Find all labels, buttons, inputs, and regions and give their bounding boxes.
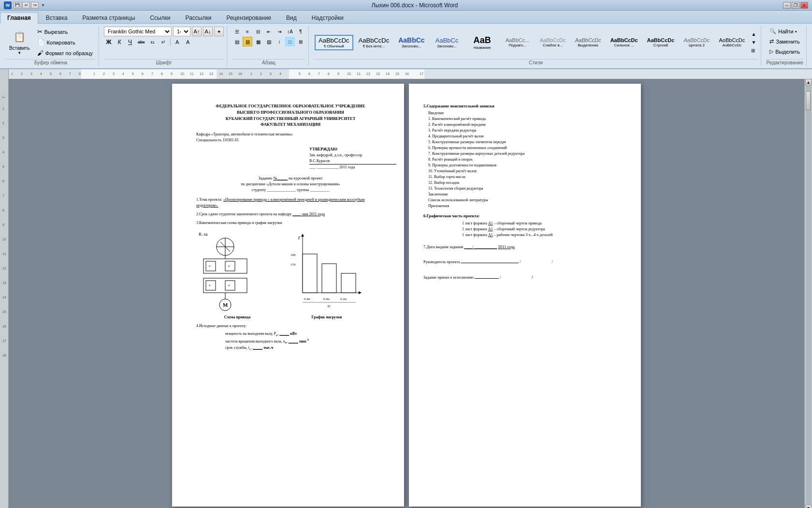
select-button[interactable]: ▷ Выделить: [766, 47, 803, 56]
font-size-decrease-btn[interactable]: A↓: [203, 27, 213, 36]
tab-review[interactable]: Рецензирование: [219, 12, 278, 23]
cut-button[interactable]: ✂ Вырезать: [34, 27, 96, 37]
utv-block: УТВЕРЖДАЮ Зав. кафедрой, д.т.н., професс…: [309, 146, 385, 170]
style-heading1[interactable]: AaBbCc Заголово...: [394, 34, 428, 50]
schema-area: R, n₂ × ×: [196, 230, 385, 319]
clear-format-btn[interactable]: ✦: [214, 27, 224, 36]
style-heading2[interactable]: AaBbCc Заголово...: [430, 35, 464, 50]
tab-layout[interactable]: Разметка страницы: [75, 12, 142, 23]
format-painter-button[interactable]: 🖌 Формат по образцу: [34, 48, 96, 58]
select-icon: ▷: [769, 48, 773, 55]
numbered-list-button[interactable]: ≡: [243, 27, 252, 36]
shading-button[interactable]: □: [285, 37, 295, 46]
align-left-button[interactable]: ▤: [232, 37, 242, 46]
style-strong[interactable]: AaBbCcDc Сильное ...: [607, 35, 642, 49]
style-heading2-preview: AaBbCc: [434, 37, 460, 44]
underline-button[interactable]: Ч: [125, 37, 135, 47]
indent-increase-button[interactable]: ⇥: [275, 27, 284, 36]
find-button[interactable]: 🔍 Найти •: [766, 27, 803, 36]
font-size-increase-btn[interactable]: A↑: [192, 27, 202, 36]
styles-scroll-down[interactable]: ▼: [750, 39, 757, 46]
graphic-list: 1 лист формата А1 – сборочный чертеж при…: [423, 221, 626, 238]
font-name-select[interactable]: Franklin Gothic Med: [104, 27, 172, 36]
quick-redo-btn[interactable]: ↪: [31, 2, 39, 9]
quick-save-btn[interactable]: 💾: [14, 2, 21, 9]
strikethrough-button[interactable]: abc: [136, 37, 147, 47]
svg-text:4: 4: [2, 150, 4, 154]
scroll-down-btn[interactable]: ▼: [805, 505, 812, 508]
style-quote[interactable]: AaBbCcDc Цитата 2: [680, 35, 713, 49]
quick-access-dropdown[interactable]: ▼: [40, 2, 46, 9]
style-subtitle[interactable]: AaBbCc... Подзаго...: [501, 35, 535, 49]
style-heading2-label: Заголово...: [434, 44, 460, 48]
univ-line2: ВЫСШЕГО ПРОФЕССИОНАЛЬНОГО ОБРАЗОВАНИЯ: [196, 109, 385, 116]
highlight-button[interactable]: А: [183, 37, 193, 47]
style-no-spacing[interactable]: AaBbCcDc ¶ Без инте...: [355, 35, 393, 50]
replace-button[interactable]: ⇄ Заменить: [766, 37, 803, 46]
style-emphasis-preview: AaBbCcDc: [575, 37, 601, 43]
restore-button[interactable]: ❐: [792, 2, 799, 9]
window-title: Лыхин 006.docx - Microsoft Word: [46, 2, 783, 9]
utv-date: ___. ___________ 2011 года: [309, 164, 385, 170]
styles-expand[interactable]: ⊞: [750, 47, 757, 54]
multilevel-list-button[interactable]: ⊟: [253, 27, 263, 36]
svg-marker-84: [301, 234, 304, 237]
border-button[interactable]: ⊞: [296, 37, 305, 46]
tab-home[interactable]: Главная: [0, 12, 38, 24]
graphic-3: 1 лист формата А1 – рабочие чертежи 3-х.…: [462, 232, 626, 238]
font-color-button[interactable]: А: [173, 37, 182, 47]
align-center-button[interactable]: ▥: [243, 37, 252, 46]
styles-scroll-up[interactable]: ▲: [750, 30, 757, 38]
line-spacing-button[interactable]: ↕: [275, 37, 284, 46]
tab-references[interactable]: Ссылки: [143, 12, 177, 23]
univ-line4: ФАКУЛЬТЕТ МЕХАНИЗАЦИИ: [196, 121, 385, 128]
align-right-button[interactable]: ▦: [253, 37, 263, 46]
graphic-2: 1 лист формата А1 – сборочный чертеж ред…: [462, 226, 626, 232]
close-button[interactable]: ×: [800, 2, 808, 9]
style-normal[interactable]: AaBbCcDc ¶ Обычный: [315, 35, 353, 50]
style-quote-preview: AaBbCcDc: [683, 37, 710, 43]
item7-text: 7.Дата выдачи задания ____: ___________ …: [423, 244, 626, 250]
align-justify-button[interactable]: ▧: [264, 37, 274, 46]
bullet-list-button[interactable]: ☰: [232, 27, 242, 36]
subscript-button[interactable]: x₂: [148, 37, 158, 47]
item2-text: 2.Срок сдачи студентом законченного прое…: [196, 212, 325, 216]
paste-button[interactable]: 📋 Вставить ▼: [6, 27, 33, 58]
style-extra[interactable]: АоBbCcDc АоBbCcDc: [715, 35, 749, 49]
select-label: Выделить: [775, 49, 800, 55]
tab-addins[interactable]: Надстройки: [304, 12, 351, 23]
find-label: Найти •: [778, 29, 797, 34]
font-size-select[interactable]: 14: [173, 27, 190, 36]
copy-button[interactable]: 📄 Копировать: [34, 37, 96, 47]
font-controls: Franklin Gothic Med 14 A↑ A↓ ✦ Ж К Ч abc: [104, 27, 224, 47]
tab-insert[interactable]: Вставка: [39, 12, 75, 23]
show-marks-button[interactable]: ¶: [296, 27, 305, 36]
item4-label: 4.Исходные данные к проекту:: [196, 323, 385, 329]
tab-view[interactable]: Вид: [279, 12, 304, 23]
graphic-1: 1 лист формата А1 – сборочный чертеж при…: [462, 221, 626, 226]
style-emphasis[interactable]: AaBbCcDc Выделение: [571, 35, 605, 49]
sort-button[interactable]: ↕A: [285, 27, 295, 36]
ribbon: Главная Вставка Разметка страницы Ссылки…: [0, 11, 812, 69]
superscript-button[interactable]: x²: [159, 37, 168, 47]
scroll-up-btn[interactable]: ▲: [805, 79, 812, 86]
style-title[interactable]: АаВ Название: [465, 33, 499, 52]
quick-undo-btn[interactable]: ↩: [22, 2, 30, 9]
right-scrollbar: ▲ ▼: [804, 79, 812, 508]
svg-text:10: 10: [347, 72, 351, 75]
style-title-label: Название: [469, 45, 495, 50]
item4-section: 4.Исходные данные к проекту: мощность на…: [196, 323, 385, 352]
bold-button[interactable]: Ж: [104, 37, 114, 47]
editing-btns: 🔍 Найти • ⇄ Заменить ▷ Выделить: [766, 27, 803, 56]
paste-dropdown[interactable]: ▼: [17, 51, 21, 55]
scroll-thumb[interactable]: [806, 91, 811, 110]
indent-decrease-button[interactable]: ⇤: [264, 27, 274, 36]
italic-button[interactable]: К: [115, 37, 124, 47]
tab-mailings[interactable]: Рассылки: [178, 12, 219, 23]
svg-text:9: 9: [337, 72, 339, 75]
svg-text:14: 14: [2, 296, 6, 299]
style-strict[interactable]: AaBbCcDc Строгий: [643, 35, 679, 49]
minimize-button[interactable]: –: [783, 2, 791, 9]
style-no-spacing-label: ¶ Без инте...: [359, 44, 390, 48]
style-subtle[interactable]: AaBbCcDc Слабое в...: [536, 35, 570, 49]
